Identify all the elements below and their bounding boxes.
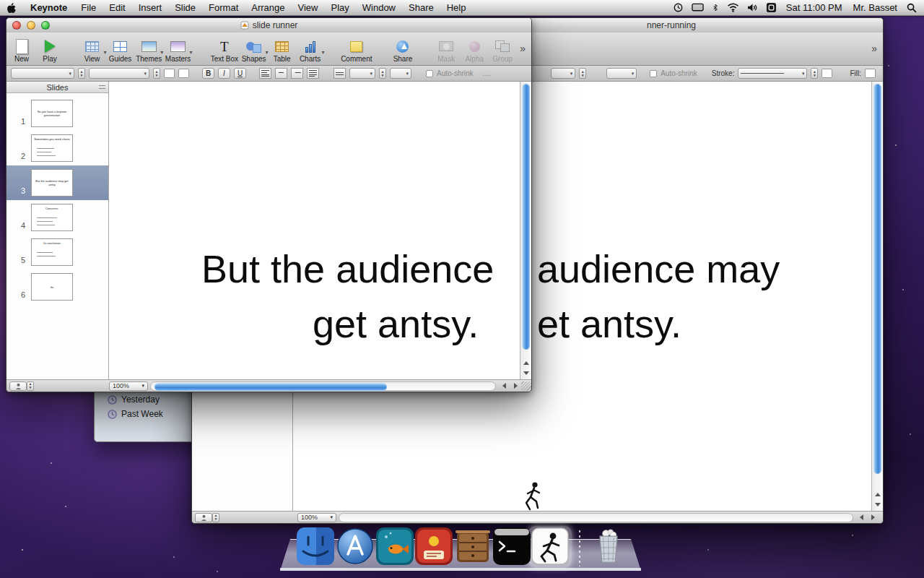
bluetooth-menu[interactable] bbox=[712, 2, 719, 13]
spacing-select[interactable]: ▾ bbox=[606, 68, 637, 79]
resize-grip[interactable] bbox=[521, 381, 531, 391]
slide-text-line1[interactable]: But the audience bbox=[201, 248, 494, 290]
zoom-button[interactable] bbox=[41, 21, 50, 30]
scroll-thumb[interactable] bbox=[154, 383, 387, 391]
wifi-menu[interactable] bbox=[727, 3, 739, 12]
slide-row-3-selected[interactable]: 3 But the audience may get antsy bbox=[6, 165, 108, 200]
font-stepper[interactable]: ▲▼ bbox=[78, 68, 85, 79]
time-machine-menu[interactable] bbox=[673, 2, 684, 13]
play-button[interactable]: Play bbox=[39, 38, 61, 63]
view-mode-stepper[interactable]: ▲▼ bbox=[27, 381, 34, 391]
background-color-well[interactable] bbox=[178, 69, 189, 78]
volume-menu[interactable] bbox=[747, 3, 758, 12]
horizontal-scrollbar[interactable] bbox=[150, 381, 496, 391]
front-window-titlebar[interactable]: slide runner bbox=[6, 18, 531, 33]
align-center-button[interactable] bbox=[275, 68, 287, 79]
masters-button[interactable]: Masters bbox=[167, 38, 189, 63]
menu-insert[interactable]: Insert bbox=[132, 0, 169, 16]
comment-button[interactable]: Comment bbox=[343, 38, 370, 63]
group-button[interactable]: Group bbox=[492, 38, 513, 63]
scroll-thumb[interactable] bbox=[873, 84, 881, 474]
columns-select[interactable]: ▾ bbox=[390, 68, 411, 79]
panel-splitter-handle[interactable] bbox=[99, 85, 105, 89]
mask-button[interactable]: Mask bbox=[435, 38, 457, 63]
slide-thumbnail[interactable]: fin bbox=[31, 273, 73, 301]
slide-canvas[interactable]: But the audience get antsy. bbox=[109, 82, 520, 379]
new-slide-button[interactable]: New bbox=[11, 38, 32, 63]
scroll-up-arrow[interactable] bbox=[520, 358, 532, 368]
dock-app-store-icon[interactable] bbox=[336, 527, 374, 565]
slide-thumbnail[interactable]: In conclusion bbox=[31, 238, 73, 266]
menu-share[interactable]: Share bbox=[402, 0, 440, 16]
displays-menu[interactable] bbox=[692, 3, 704, 12]
align-left-button[interactable] bbox=[259, 68, 271, 79]
menu-arrange[interactable]: Arrange bbox=[245, 0, 291, 16]
menu-play[interactable]: Play bbox=[324, 0, 355, 16]
scroll-right-arrow[interactable] bbox=[510, 381, 521, 391]
keynote-window-main[interactable]: slide runner New Play View Guides bbox=[6, 17, 532, 392]
slide-thumbnail[interactable]: Concerns: bbox=[31, 204, 73, 231]
apple-menu[interactable] bbox=[0, 0, 23, 16]
font-family-select[interactable]: ▾ bbox=[11, 68, 74, 79]
text-color-well[interactable] bbox=[164, 69, 175, 78]
dock-finder-icon[interactable] bbox=[297, 527, 334, 565]
scroll-down-arrow[interactable] bbox=[872, 499, 884, 509]
view-mode-button[interactable] bbox=[195, 513, 212, 522]
slide-row-6[interactable]: 6 fin bbox=[6, 269, 108, 304]
italic-button[interactable]: I bbox=[218, 68, 230, 79]
fill-color-well[interactable] bbox=[865, 69, 876, 78]
dock-arcade-game-icon[interactable] bbox=[415, 527, 453, 565]
slide-row-5[interactable]: 5 In conclusion bbox=[6, 235, 108, 269]
align-justify-button[interactable] bbox=[307, 68, 319, 79]
back-vertical-scrollbar[interactable] bbox=[871, 82, 883, 511]
stroke-style-select[interactable]: ▾ bbox=[738, 68, 807, 79]
bold-button[interactable]: B bbox=[202, 68, 214, 79]
spacing-stepper[interactable]: ▲▼ bbox=[379, 68, 386, 79]
dock-terminal-icon[interactable] bbox=[493, 527, 531, 565]
toolbar-overflow-chevron[interactable]: » bbox=[871, 43, 879, 54]
shapes-button[interactable]: Shapes bbox=[243, 38, 265, 63]
slide-thumbnail[interactable]: So you have a keynote presentation bbox=[31, 100, 73, 127]
slide-thumbnail[interactable]: Sometimes you need charts bbox=[31, 134, 73, 162]
dock-slide-runner-icon[interactable] bbox=[531, 527, 569, 565]
vertical-align-button[interactable] bbox=[334, 68, 346, 79]
autoshrink-checkbox[interactable] bbox=[650, 70, 657, 77]
slide-row-2[interactable]: 2 Sometimes you need charts bbox=[6, 131, 108, 165]
font-size-select[interactable]: ▾ bbox=[551, 68, 575, 79]
slide-text-line1[interactable]: audience may bbox=[537, 248, 780, 290]
view-button[interactable]: View bbox=[81, 38, 103, 63]
menu-view[interactable]: View bbox=[292, 0, 325, 16]
vertical-scrollbar[interactable] bbox=[520, 82, 531, 379]
size-stepper[interactable]: ▲▼ bbox=[579, 68, 586, 79]
back-horizontal-scrollbar[interactable] bbox=[339, 513, 853, 522]
slide-thumbnail[interactable]: But the audience may get antsy bbox=[31, 169, 73, 197]
autoshrink-checkbox[interactable] bbox=[426, 70, 433, 77]
guides-button[interactable]: Guides bbox=[109, 38, 131, 63]
scroll-thumb[interactable] bbox=[522, 84, 530, 350]
close-button[interactable] bbox=[12, 21, 21, 30]
dock-trash-icon[interactable] bbox=[591, 527, 626, 565]
themes-button[interactable]: Themes bbox=[137, 38, 160, 63]
menu-format[interactable]: Format bbox=[202, 0, 245, 16]
slide-text-line2[interactable]: et antsy. bbox=[537, 303, 681, 345]
zoom-select[interactable]: 100%▾ bbox=[109, 381, 148, 391]
menu-help[interactable]: Help bbox=[440, 0, 473, 16]
menu-slide[interactable]: Slide bbox=[168, 0, 202, 16]
text-box-button[interactable]: T Text Box bbox=[212, 38, 237, 63]
dock-dresser-icon[interactable] bbox=[454, 527, 492, 565]
scroll-left-arrow[interactable] bbox=[498, 381, 510, 391]
stroke-width-stepper[interactable]: ▲▼ bbox=[811, 68, 818, 79]
view-mode-stepper[interactable]: ▲▼ bbox=[212, 513, 219, 522]
scroll-up-arrow[interactable] bbox=[872, 489, 884, 499]
menu-edit[interactable]: Edit bbox=[103, 0, 131, 16]
typeface-select[interactable]: ▾ bbox=[89, 68, 149, 79]
view-mode-button[interactable] bbox=[9, 381, 27, 391]
align-right-button[interactable] bbox=[291, 68, 303, 79]
stroke-color-well[interactable] bbox=[821, 69, 832, 78]
fast-user-switching-menu[interactable]: Mr. Basset bbox=[852, 0, 899, 16]
dock-aquarium-icon[interactable] bbox=[376, 527, 414, 565]
scroll-down-arrow[interactable] bbox=[520, 368, 532, 378]
alpha-button[interactable]: Alpha bbox=[463, 38, 485, 63]
slide-text-line2[interactable]: get antsy. bbox=[313, 303, 479, 345]
underline-button[interactable]: U bbox=[234, 68, 246, 79]
